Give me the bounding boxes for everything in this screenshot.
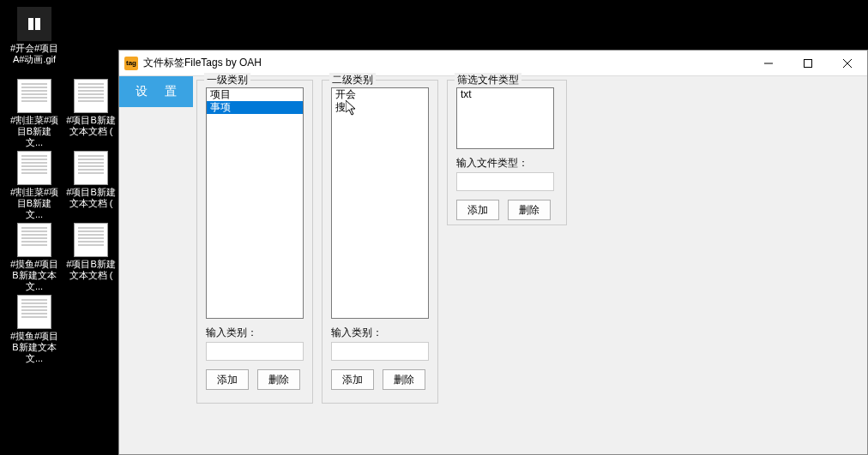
desktop-icon-label: #项目B新建文本文档 ( [65,115,117,137]
panels: 一级类别 项目事项 输入类别： 添加 删除 二级类别 开会搜 输入类别： 添加 … [193,76,867,454]
minimize-button[interactable] [749,51,788,75]
panel-level1-category: 一级类别 项目事项 输入类别： 添加 删除 [196,80,313,404]
text-file-icon [74,79,108,113]
text-file-icon [74,151,108,185]
filetype-listbox[interactable]: txt [456,87,554,149]
panel3-input-label: 输入文件类型： [456,156,558,171]
window-title: 文件标签FileTags by OAH [143,56,749,70]
desktop-file-icon[interactable]: #项目B新建文本文档 ( [65,223,117,281]
desktop-icon-label: #开会#项目A#动画.gif [9,43,60,65]
panel1-add-button[interactable]: 添加 [206,369,249,390]
panel-level2-category: 二级类别 开会搜 输入类别： 添加 删除 [322,80,438,404]
desktop-icon-label: #摸鱼#项目B新建文本文... [9,259,60,292]
panel-filetype-filter: 筛选文件类型 txt 输入文件类型： 添加 删除 [447,80,567,225]
panel1-legend: 一级类别 [204,73,250,87]
list-item[interactable]: 项目 [207,88,303,101]
desktop-file-icon[interactable]: #摸鱼#项目B新建文本文... [9,295,60,364]
gif-file-icon [17,7,51,41]
sidebar: 设 置 [119,76,193,454]
panel1-input[interactable] [206,342,304,361]
desktop-icon-label: #项目B新建文本文档 ( [65,187,117,209]
panel3-add-button[interactable]: 添加 [456,200,499,220]
desktop-file-icon[interactable]: #项目B新建文本文档 ( [65,151,117,209]
list-item[interactable]: 事项 [207,101,303,114]
desktop-icon-label: #摸鱼#项目B新建文本文... [9,331,60,364]
panel1-delete-button[interactable]: 删除 [257,369,300,390]
level2-listbox[interactable]: 开会搜 [331,87,429,319]
panel2-input[interactable] [331,342,429,361]
svg-rect-1 [805,59,812,67]
app-icon: tag [124,57,138,70]
panel2-input-label: 输入类别： [331,326,429,340]
desktop-file-icon[interactable]: #项目B新建文本文档 ( [65,79,117,137]
desktop-file-icon[interactable]: #割韭菜#项目B新建文... [9,151,60,220]
close-button[interactable] [828,51,867,75]
panel3-delete-button[interactable]: 删除 [508,200,551,220]
text-file-icon [17,79,51,113]
text-file-icon [17,151,51,185]
maximize-button[interactable] [788,51,828,75]
panel3-input[interactable] [456,172,554,191]
panel2-legend: 二级类别 [329,73,376,87]
desktop-icon-label: #项目B新建文本文档 ( [65,259,117,281]
panel2-add-button[interactable]: 添加 [331,369,374,390]
list-item[interactable]: 搜 [332,101,428,114]
desktop-file-icon[interactable]: #摸鱼#项目B新建文本文... [9,223,60,292]
app-window: tag 文件标签FileTags by OAH 设 置 一级类别 项目事项 输入… [118,50,868,455]
desktop-file-icon[interactable]: #开会#项目A#动画.gif [9,7,60,65]
text-file-icon [17,295,51,329]
panel2-delete-button[interactable]: 删除 [383,369,425,390]
sidebar-item-settings[interactable]: 设 置 [119,76,193,107]
desktop-icon-label: #割韭菜#项目B新建文... [9,115,60,148]
panel1-input-label: 输入类别： [206,326,304,340]
desktop-icon-label: #割韭菜#项目B新建文... [9,187,60,220]
desktop-file-icon[interactable]: #割韭菜#项目B新建文... [9,79,60,148]
list-item[interactable]: txt [457,88,553,101]
content-area: 设 置 一级类别 项目事项 输入类别： 添加 删除 二级类别 开会搜 输入类别： [119,76,867,454]
text-file-icon [74,223,108,257]
window-controls [749,51,867,75]
panel3-legend: 筛选文件类型 [455,73,521,87]
text-file-icon [17,223,51,257]
level1-listbox[interactable]: 项目事项 [206,87,304,319]
list-item[interactable]: 开会 [332,88,428,101]
